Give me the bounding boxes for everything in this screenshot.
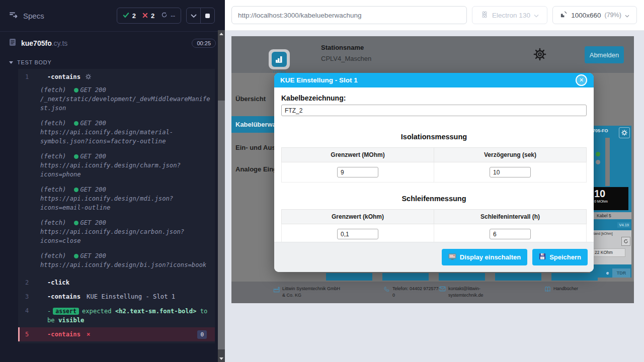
loop-grenzwert-input[interactable]	[337, 229, 378, 239]
loop-measure-panel: stand [kOhm] 22 KOhm	[590, 230, 631, 264]
scroll-down-arrow[interactable]	[218, 355, 225, 362]
iso-verzoegerung-input[interactable]	[490, 167, 531, 177]
status-dot-icon	[74, 188, 78, 192]
browser-select[interactable]: Electron 130	[472, 6, 547, 24]
settings-gear-icon[interactable]	[533, 48, 546, 63]
status-dot-icon	[74, 88, 78, 93]
scrollbar-thumb[interactable]	[218, 101, 225, 349]
display-icon	[448, 253, 456, 262]
iso-grenzwert-input[interactable]	[337, 167, 378, 177]
assert-badge: assert	[53, 308, 79, 315]
ruler-icon	[560, 11, 568, 20]
specs-label[interactable]: Specs	[23, 12, 44, 20]
spec-extension: .cy.ts	[52, 39, 68, 47]
app-under-test: LITTWIN Stationsname CPLV4_Maschen Abmel…	[231, 36, 634, 303]
logout-button[interactable]: Abmelden	[585, 46, 624, 63]
footer-manuals[interactable]: Handbücher	[544, 286, 578, 294]
save-button[interactable]: Speichern	[532, 249, 588, 265]
collapse-button[interactable]	[187, 8, 200, 23]
spec-duration: 00:25	[192, 39, 216, 48]
app-footer: Littwin Systemtechnik GmbH & Co. KG Tele…	[231, 282, 634, 303]
command-click[interactable]: 2 -click	[18, 276, 215, 290]
kue-settings-modal: KUE Einstellung - Slot 1 ✕ Kabelbezeichn…	[274, 73, 594, 272]
stat-failed: 2	[142, 12, 154, 20]
command-contains-1[interactable]: 1 -contains	[18, 70, 215, 84]
station-info: Stationsname CPLV4_Maschen	[321, 44, 371, 62]
status-led-green	[596, 152, 600, 156]
url-input[interactable]	[231, 6, 467, 24]
fail-x-icon: ×	[87, 331, 90, 338]
loop-col-grenzwert: Grenzwert (kOhm)	[282, 210, 434, 224]
stat-pending: --	[161, 12, 175, 20]
runner-url-bar: Electron 130 1000x660 (79%)	[225, 0, 644, 31]
test-stats: 2 2 --	[117, 8, 181, 24]
card-gear-button[interactable]	[619, 127, 630, 138]
floppy-disk-icon	[539, 253, 546, 261]
station-value: CPLV4_Maschen	[321, 55, 371, 62]
isolation-heading: Isolationsmessung	[281, 133, 587, 141]
specs-toggle-icon[interactable]	[9, 11, 18, 21]
footer-email: kontakt@littwin-systemtechnik.de	[439, 286, 490, 299]
close-icon[interactable]: ✕	[576, 74, 587, 86]
fetch-log-entry[interactable]: (fetch)GET 200 https://api.iconify.desig…	[40, 218, 212, 245]
reporter-scrollbar[interactable]	[218, 30, 225, 362]
isolation-table: Grenzwert (MOhm) Verzögerung (sek)	[281, 147, 587, 183]
fetch-url: https://api.iconify.design/mdi.json?icon…	[40, 194, 212, 212]
cross-icon	[142, 12, 148, 20]
fetch-log-entry[interactable]: (fetch)GET 200 https://api.iconify.desig…	[40, 185, 212, 212]
spec-file-icon	[9, 38, 16, 48]
fetch-url: https://api.iconify.design/material-symb…	[40, 128, 212, 146]
iso-col-verzoegerung: Verzögerung (sek)	[434, 148, 587, 162]
measurement-display: 10 0 MOhm	[590, 187, 628, 210]
restart-icon	[161, 12, 168, 20]
display-on-button[interactable]: Display einschalten	[442, 249, 527, 265]
logo-icon	[272, 52, 287, 67]
runner-controls	[186, 8, 215, 24]
factory-icon	[273, 286, 280, 299]
check-icon	[123, 12, 129, 20]
loop-table: Grenzwert (kOhm) Schleifenintervall (h)	[281, 209, 587, 244]
cable-name-input[interactable]	[281, 105, 587, 116]
status-dot-icon	[74, 154, 78, 159]
refresh-button[interactable]	[621, 237, 630, 246]
spec-file-row[interactable]: kue705fo.cy.ts 00:25	[0, 32, 225, 55]
spec-name: kue705fo	[21, 39, 52, 47]
littwin-logo: LITTWIN	[269, 49, 290, 73]
app-header	[231, 36, 634, 73]
fetch-log-entry[interactable]: (fetch)GET 200 /_next/static/development…	[40, 85, 212, 113]
stop-icon	[205, 14, 210, 18]
viewport-select[interactable]: 1000x660 (79%)	[552, 6, 637, 24]
chevron-down-icon	[9, 61, 13, 64]
fetch-url: https://api.iconify.design/carbon.json?i…	[40, 227, 212, 245]
cypress-reporter-sidebar: Specs 2 2 --	[0, 0, 225, 362]
fetch-url: https://api.iconify.design/bi.json?icons…	[40, 260, 212, 269]
modal-titlebar: KUE Einstellung - Slot 1 ✕	[274, 73, 594, 87]
loop-heading: Schleifenmessung	[281, 195, 587, 203]
gear-icon	[86, 74, 91, 81]
stop-button[interactable]	[200, 8, 214, 23]
footer-company: Littwin Systemtechnik GmbH & Co. KG	[273, 286, 341, 299]
loop-col-intervall: Schleifenintervall (h)	[434, 210, 587, 224]
retry-count-badge: 0	[197, 330, 207, 339]
scroll-up-arrow[interactable]	[218, 30, 225, 37]
electron-icon	[480, 11, 489, 20]
reporter-header: Specs 2 2 --	[0, 0, 225, 31]
command-contains-failed[interactable]: 5 -contains× 0	[18, 327, 215, 341]
screen: Specs 2 2 --	[0, 0, 644, 362]
status-dot-icon	[74, 221, 78, 225]
fetch-url: https://api.iconify.design/charm.json?ic…	[40, 161, 212, 179]
chevron-down-icon	[534, 12, 539, 19]
stat-passed: 2	[123, 12, 136, 20]
resistance-value: 22 KOhm	[592, 248, 625, 257]
card-tab-tdr[interactable]: TDR	[612, 268, 630, 278]
status-dot-icon	[74, 254, 78, 258]
cable-name-label: Kabelbezeichnung:	[281, 94, 587, 102]
fetch-log-entry[interactable]: (fetch)GET 200 https://api.iconify.desig…	[40, 251, 212, 269]
loop-intervall-input[interactable]	[490, 229, 531, 239]
test-body-header[interactable]: TEST BODY	[0, 55, 225, 69]
fetch-log-entry[interactable]: (fetch)GET 200 https://api.iconify.desig…	[40, 152, 212, 179]
fetch-log-entry[interactable]: (fetch)GET 200 https://api.iconify.desig…	[40, 119, 212, 146]
kue-card-fragment: 705-FO 10 0 MOhm Kabel 5 V4.19 stand [kO…	[590, 126, 631, 278]
command-assert[interactable]: 4 -assertexpected <h2.text-sm.font-bold>…	[18, 304, 215, 327]
command-contains-3[interactable]: 3 -containsKUE Einstellung - Slot 1	[18, 290, 215, 304]
